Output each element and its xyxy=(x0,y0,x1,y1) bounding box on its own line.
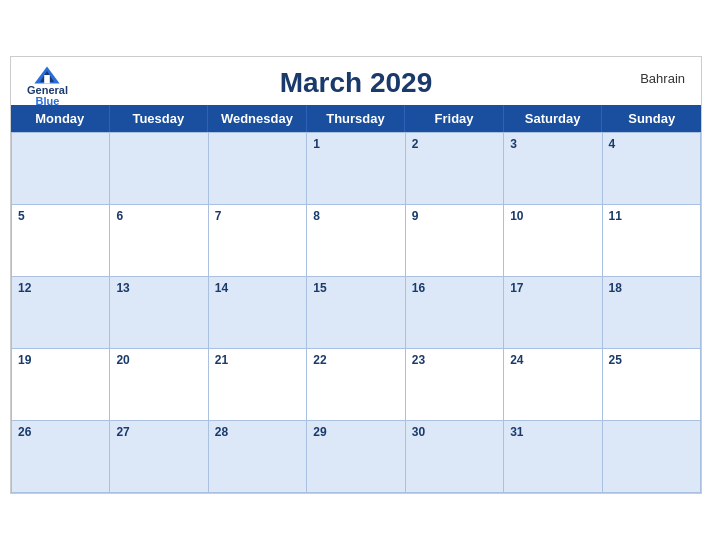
cell-day-number: 20 xyxy=(116,353,201,367)
logo-blue-text: Blue xyxy=(36,96,60,107)
cell-day-number: 18 xyxy=(609,281,694,295)
calendar-cell: 29 xyxy=(307,421,405,493)
logo: General Blue xyxy=(27,65,68,107)
calendar-cell xyxy=(110,133,208,205)
cell-day-number: 6 xyxy=(116,209,201,223)
calendar-cell: 31 xyxy=(504,421,602,493)
day-header-tuesday: Tuesday xyxy=(110,105,209,132)
calendar-cell: 22 xyxy=(307,349,405,421)
day-header-sunday: Sunday xyxy=(602,105,701,132)
calendar-cell: 13 xyxy=(110,277,208,349)
calendar-cell xyxy=(12,133,110,205)
calendar-cell: 30 xyxy=(406,421,504,493)
cell-day-number: 11 xyxy=(609,209,694,223)
calendar-cell: 3 xyxy=(504,133,602,205)
calendar-cell: 23 xyxy=(406,349,504,421)
calendar-cell xyxy=(603,421,701,493)
day-header-wednesday: Wednesday xyxy=(208,105,307,132)
calendar-cell: 12 xyxy=(12,277,110,349)
calendar-cell: 16 xyxy=(406,277,504,349)
calendar-cell: 24 xyxy=(504,349,602,421)
cell-day-number: 13 xyxy=(116,281,201,295)
calendar-title: March 2029 xyxy=(280,67,433,99)
cell-day-number: 30 xyxy=(412,425,497,439)
calendar-cell: 15 xyxy=(307,277,405,349)
calendar-cell: 20 xyxy=(110,349,208,421)
calendar-cell: 6 xyxy=(110,205,208,277)
cell-day-number: 14 xyxy=(215,281,300,295)
calendar-cell: 26 xyxy=(12,421,110,493)
cell-day-number: 19 xyxy=(18,353,103,367)
day-header-friday: Friday xyxy=(405,105,504,132)
cell-day-number: 1 xyxy=(313,137,398,151)
cell-day-number: 10 xyxy=(510,209,595,223)
cell-day-number: 31 xyxy=(510,425,595,439)
cell-day-number: 21 xyxy=(215,353,300,367)
calendar-cell: 8 xyxy=(307,205,405,277)
calendar-cell: 27 xyxy=(110,421,208,493)
calendar-cell: 28 xyxy=(209,421,307,493)
cell-day-number: 28 xyxy=(215,425,300,439)
cell-day-number: 4 xyxy=(609,137,694,151)
calendar-cell: 17 xyxy=(504,277,602,349)
calendar-grid: 1234567891011121314151617181920212223242… xyxy=(11,132,701,493)
cell-day-number: 24 xyxy=(510,353,595,367)
calendar-cell xyxy=(209,133,307,205)
day-header-thursday: Thursday xyxy=(307,105,406,132)
calendar-cell: 19 xyxy=(12,349,110,421)
calendar-cell: 18 xyxy=(603,277,701,349)
cell-day-number: 8 xyxy=(313,209,398,223)
calendar-cell: 21 xyxy=(209,349,307,421)
logo-icon xyxy=(33,65,61,85)
day-header-monday: Monday xyxy=(11,105,110,132)
cell-day-number: 12 xyxy=(18,281,103,295)
cell-day-number: 22 xyxy=(313,353,398,367)
calendar-cell: 2 xyxy=(406,133,504,205)
day-header-saturday: Saturday xyxy=(504,105,603,132)
calendar-cell: 9 xyxy=(406,205,504,277)
cell-day-number: 5 xyxy=(18,209,103,223)
calendar-cell: 4 xyxy=(603,133,701,205)
cell-day-number: 23 xyxy=(412,353,497,367)
calendar-cell: 10 xyxy=(504,205,602,277)
calendar-cell: 5 xyxy=(12,205,110,277)
cell-day-number: 3 xyxy=(510,137,595,151)
cell-day-number: 15 xyxy=(313,281,398,295)
calendar-header: General Blue March 2029 Bahrain xyxy=(11,57,701,105)
cell-day-number: 16 xyxy=(412,281,497,295)
calendar-cell: 11 xyxy=(603,205,701,277)
cell-day-number: 2 xyxy=(412,137,497,151)
cell-day-number: 25 xyxy=(609,353,694,367)
days-header: MondayTuesdayWednesdayThursdayFridaySatu… xyxy=(11,105,701,132)
calendar-cell: 7 xyxy=(209,205,307,277)
cell-day-number: 7 xyxy=(215,209,300,223)
calendar-cell: 25 xyxy=(603,349,701,421)
cell-day-number: 27 xyxy=(116,425,201,439)
cell-day-number: 29 xyxy=(313,425,398,439)
calendar: General Blue March 2029 Bahrain MondayTu… xyxy=(10,56,702,494)
country-label: Bahrain xyxy=(640,71,685,86)
cell-day-number: 9 xyxy=(412,209,497,223)
calendar-cell: 14 xyxy=(209,277,307,349)
cell-day-number: 17 xyxy=(510,281,595,295)
svg-rect-2 xyxy=(45,75,51,83)
cell-day-number: 26 xyxy=(18,425,103,439)
calendar-cell: 1 xyxy=(307,133,405,205)
